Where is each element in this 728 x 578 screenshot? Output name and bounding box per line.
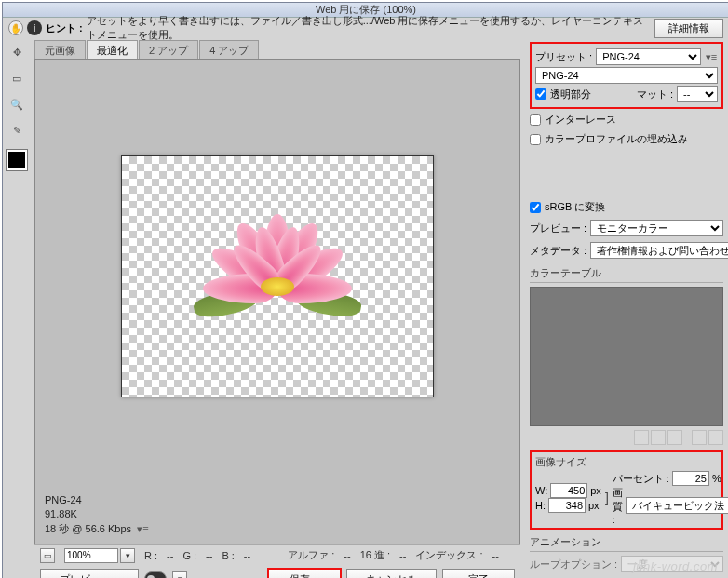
percent-unit: % <box>712 473 721 484</box>
loop-label: ループオプション : <box>530 558 617 571</box>
zoom-tool[interactable]: 🔍 <box>7 94 27 114</box>
embed-profile-checkbox[interactable] <box>530 134 541 145</box>
status-index-val: -- <box>492 550 498 561</box>
hand-tool-icon[interactable]: ✋ <box>8 20 23 35</box>
matte-select[interactable]: -- <box>677 86 718 102</box>
status-bar: ▭ ▾ R :-- G :-- B :-- アルファ :-- 16 進 :-- … <box>34 544 520 565</box>
save-for-web-dialog: Web 用に保存 (100%) ✋ i ヒント : アセットをより早く書き出すに… <box>2 2 728 578</box>
height-input[interactable] <box>548 498 586 513</box>
status-b-val: -- <box>244 550 250 561</box>
meta-menu-icon[interactable]: ▾≡ <box>137 523 148 534</box>
srgb-checkbox[interactable] <box>530 202 541 213</box>
image-canvas[interactable] <box>121 155 434 397</box>
embed-profile-label: カラープロファイルの埋め込み <box>545 132 688 146</box>
status-index-label: インデックス : <box>415 548 482 562</box>
ct-icon-1 <box>634 430 649 445</box>
eyedropper-color-swatch[interactable] <box>7 150 27 170</box>
height-unit: px <box>588 500 600 511</box>
status-hex-label: 16 進 : <box>360 548 390 562</box>
srgb-label: sRGB に変換 <box>545 200 605 214</box>
transparency-label: 透明部分 <box>550 87 591 101</box>
slice-select-tool[interactable]: ▭ <box>7 68 27 88</box>
preview-mode-label: プレビュー : <box>530 222 586 235</box>
hint-label: ヒント : <box>46 21 83 35</box>
width-unit: px <box>590 485 601 496</box>
format-group: プリセット : PNG-24 ▾≡ PNG-24 透明部分 マット : -- <box>530 42 723 109</box>
colortable-toolbar <box>530 430 723 445</box>
preset-menu-icon[interactable]: ▾≡ <box>705 51 718 63</box>
width-input[interactable] <box>550 483 587 498</box>
status-b-label: B : <box>222 550 234 561</box>
imagesize-title: 画像サイズ <box>535 455 718 471</box>
tab-optimized[interactable]: 最適化 <box>87 40 138 59</box>
ct-icon-2 <box>651 430 666 445</box>
status-g-label: G : <box>182 550 196 561</box>
detail-info-button[interactable]: 詳細情報 <box>654 19 723 38</box>
watermark: junk-word.com <box>633 559 718 573</box>
tab-2up[interactable]: 2 アップ <box>139 40 198 59</box>
image-size-group: 画像サイズ W: px H: px ] <box>530 450 723 530</box>
meta-format: PNG-24 <box>45 493 510 507</box>
interlace-checkbox[interactable] <box>530 114 541 126</box>
zoom-out-button[interactable]: ▭ <box>40 548 55 563</box>
zoom-dropdown-icon[interactable]: ▾ <box>120 548 135 563</box>
format-select[interactable]: PNG-24 <box>535 67 718 84</box>
canvas-wrap <box>39 63 516 490</box>
preview-meta: PNG-24 91.88K 18 秒 @ 56.6 Kbps ▾≡ <box>39 490 516 540</box>
browser-preview-toggle[interactable] <box>144 571 167 578</box>
hand-tool[interactable]: ✥ <box>7 42 27 62</box>
width-label: W: <box>535 485 547 496</box>
hint-bar: ✋ i ヒント : アセットをより早く書き出すには、ファイル／書き出し形式...… <box>3 18 728 38</box>
percent-label: パーセント : <box>613 472 669 486</box>
animation-title: アニメーション <box>530 535 723 552</box>
eyedropper-tool[interactable]: ✎ <box>7 120 27 141</box>
browser-preview-menu[interactable]: ▾ <box>172 571 187 578</box>
preview-tabs: 元画像 最適化 2 アップ 4 アップ <box>34 40 520 59</box>
quality-select[interactable]: バイキュービック法 <box>626 497 728 514</box>
save-button[interactable]: 保存... <box>268 569 341 579</box>
ct-lock-icon <box>667 430 682 445</box>
constrain-proportions-icon[interactable]: ] <box>605 485 609 511</box>
preview-mode-select[interactable]: モニターカラー <box>590 220 723 236</box>
info-icon: i <box>27 20 42 35</box>
quality-label: 画質 : <box>613 486 623 525</box>
matte-label: マット : <box>637 87 673 101</box>
colortable-title: カラーテーブル <box>530 266 723 283</box>
status-r-val: -- <box>167 550 173 561</box>
ct-new-icon <box>692 430 707 445</box>
preview-area: PNG-24 91.88K 18 秒 @ 56.6 Kbps ▾≡ <box>34 59 520 544</box>
transparency-checkbox[interactable] <box>535 88 546 100</box>
preset-select[interactable]: PNG-24 <box>596 48 701 65</box>
meta-time: 18 秒 @ 56.6 Kbps <box>45 523 131 534</box>
status-alpha-val: -- <box>344 550 350 561</box>
interlace-label: インターレース <box>545 113 616 127</box>
ct-trash-icon <box>708 430 723 445</box>
status-alpha-label: アルファ : <box>288 548 334 562</box>
metadata-select[interactable]: 著作権情報および問い合わせ先 <box>590 242 728 259</box>
preview-button[interactable]: プレビュー... <box>40 569 139 579</box>
color-table <box>530 287 723 426</box>
status-g-val: -- <box>206 550 212 561</box>
status-hex-val: -- <box>399 550 406 561</box>
height-label: H: <box>535 500 546 511</box>
metadata-label: メタデータ : <box>530 244 586 258</box>
footer-bar: プレビュー... ▾ 保存... キャンセル 完了 <box>34 565 520 578</box>
preset-label: プリセット : <box>535 50 592 64</box>
done-button[interactable]: 完了 <box>442 569 515 579</box>
zoom-select[interactable] <box>64 548 118 563</box>
center-panel: 元画像 最適化 2 アップ 4 アップ <box>31 38 524 578</box>
tab-original[interactable]: 元画像 <box>34 40 86 59</box>
settings-panel: プリセット : PNG-24 ▾≡ PNG-24 透明部分 マット : -- イ… <box>524 38 728 578</box>
meta-size: 91.88K <box>45 507 510 521</box>
tool-column: ✥ ▭ 🔍 ✎ <box>3 38 31 578</box>
percent-input[interactable] <box>672 471 709 486</box>
cancel-button[interactable]: キャンセル <box>346 569 437 579</box>
tab-4up[interactable]: 4 アップ <box>199 40 259 59</box>
status-r-label: R : <box>144 550 157 561</box>
main-area: ✥ ▭ 🔍 ✎ 元画像 最適化 2 アップ 4 アップ <box>3 38 728 578</box>
